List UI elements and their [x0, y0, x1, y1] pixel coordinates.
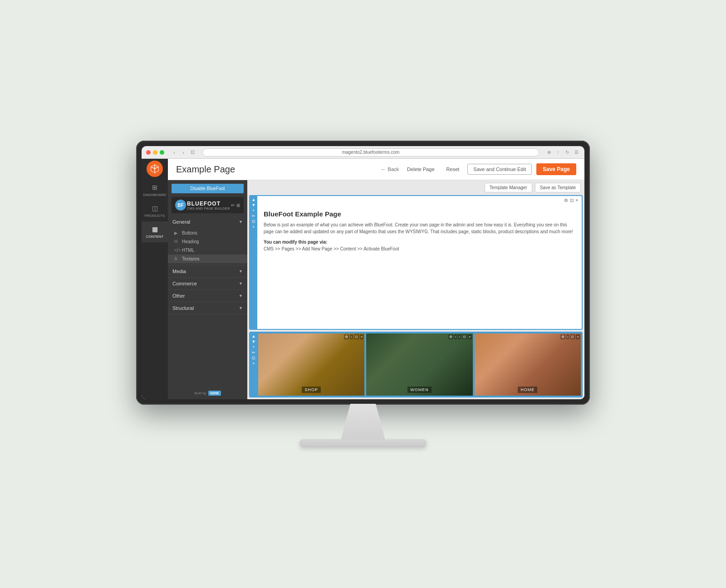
builder-panels: ▲ ▼ + ✏ ⊡ × ⚙: [247, 195, 584, 399]
sidebar-item-dashboard[interactable]: ⊞ DASHBOARD: [142, 180, 168, 201]
browser-forward-btn[interactable]: ›: [180, 149, 187, 156]
image-row-panel: ▲ ▼ + ✏ ⊡ ×: [249, 332, 583, 397]
dashboard-icon: ⊞: [151, 183, 159, 191]
home-back-icon[interactable]: ‹: [566, 334, 569, 339]
women-back-icon[interactable]: ‹: [454, 334, 457, 339]
save-page-button[interactable]: Save Page: [536, 163, 576, 175]
monitor-frame: ‹ › ⊡ magento2.bluefooterms.com ⊕ ↑ ↻ ☰: [136, 141, 590, 405]
built-by-text: Built by: [194, 391, 206, 395]
panel-settings-icon[interactable]: ⚙: [564, 198, 568, 203]
category-other: Other ▼: [168, 290, 247, 302]
browser-action-4[interactable]: ☰: [573, 149, 580, 156]
browser-action-3[interactable]: ↻: [564, 149, 571, 156]
side-ctrl-1[interactable]: ▲: [252, 198, 256, 202]
category-commerce-header[interactable]: Commerce ▼: [168, 278, 247, 289]
bluefoot-logo-area: BF BLUEFOOT CMS AND PAGE BUILDER ✏ ⊞: [172, 197, 244, 213]
home-label: HOME: [518, 387, 537, 393]
textarea-icon: A: [174, 256, 180, 261]
browser-action-1[interactable]: ⊕: [545, 149, 553, 156]
page-builder-area: Template Manager Save as Template ▲ ▼ +: [247, 180, 584, 399]
category-media-chevron: ▼: [239, 269, 243, 274]
side-ctrl-5[interactable]: ⊡: [252, 220, 255, 224]
shop-duplicate-icon[interactable]: ⊡: [354, 334, 359, 339]
edit-icon[interactable]: ✏: [231, 203, 235, 208]
women-cell-controls: ⚙ ‹ › ⊡ ×: [448, 334, 472, 339]
save-as-template-button[interactable]: Save as Template: [535, 183, 581, 192]
panel-duplicate-icon[interactable]: ⊡: [570, 198, 574, 203]
img-side-ctrl-2[interactable]: ▼: [252, 340, 256, 344]
sidebar-item-content-label: CONTENT: [146, 235, 164, 239]
back-button[interactable]: ← Back: [381, 167, 399, 172]
back-label: Back: [388, 167, 399, 172]
sidebar-item-content[interactable]: ▦ CONTENT: [142, 221, 168, 242]
content-icon: ▦: [151, 225, 159, 233]
traffic-light-green[interactable]: [160, 150, 164, 155]
shop-settings-icon[interactable]: ⚙: [344, 334, 349, 339]
browser-window-btn[interactable]: ⊡: [189, 149, 196, 156]
bluefoot-logo-icon: BF: [175, 200, 186, 211]
women-duplicate-icon[interactable]: ⊡: [462, 334, 467, 339]
category-media-header[interactable]: Media ▼: [168, 265, 247, 277]
category-other-header[interactable]: Other ▼: [168, 290, 247, 302]
item-textarea[interactable]: A Textarea: [168, 255, 247, 263]
women-forward-icon[interactable]: ›: [458, 334, 461, 339]
category-commerce-chevron: ▼: [239, 281, 243, 286]
shop-delete-icon[interactable]: ×: [360, 334, 364, 339]
category-general-label: General: [172, 219, 190, 225]
delete-page-button[interactable]: Delete Page: [403, 165, 438, 174]
side-ctrl-6[interactable]: ×: [252, 225, 255, 229]
img-side-ctrl-1[interactable]: ▲: [252, 334, 256, 338]
item-heading[interactable]: H Heading: [168, 237, 247, 246]
traffic-light-red[interactable]: [146, 150, 151, 155]
monitor-stand-base: [299, 439, 427, 447]
side-ctrl-4[interactable]: ✏: [252, 214, 255, 218]
grid-icon[interactable]: ⊞: [236, 203, 240, 208]
shop-label: SHOP: [302, 387, 321, 393]
bluefoot-logo-text: BLUEFOOT CMS AND PAGE BUILDER: [187, 201, 230, 210]
category-media-label: Media: [172, 269, 186, 274]
image-cell-women: ⚙ ‹ › ⊡ × WOMEN: [365, 333, 473, 397]
home-settings-icon[interactable]: ⚙: [560, 334, 565, 339]
women-settings-icon[interactable]: ⚙: [448, 334, 453, 339]
category-structural-header[interactable]: Structural ▼: [168, 302, 247, 314]
img-side-ctrl-5[interactable]: ⊡: [252, 356, 255, 360]
img-side-ctrl-4[interactable]: ✏: [252, 351, 255, 355]
image-grid: ⚙ › ⊡ × SHOP: [257, 333, 582, 397]
side-ctrl-3[interactable]: +: [252, 209, 255, 213]
save-continue-button[interactable]: Save and Continue Edit: [467, 164, 532, 175]
reset-button[interactable]: Reset: [443, 165, 463, 174]
bluefoot-logo-actions: ✏ ⊞: [231, 203, 240, 208]
panel-delete-icon[interactable]: ×: [575, 198, 578, 203]
category-other-label: Other: [172, 293, 185, 299]
side-ctrl-2[interactable]: ▼: [252, 203, 256, 207]
home-delete-icon[interactable]: ×: [576, 334, 580, 339]
img-side-ctrl-3[interactable]: +: [252, 345, 255, 349]
magento-sidebar: ⊞ DASHBOARD ◫ PRODUCTS ▦ CONTENT: [142, 159, 168, 399]
monitor-bezel: ‹ › ⊡ magento2.bluefooterms.com ⊕ ↑ ↻ ☰: [142, 146, 584, 399]
gene-logo: GENE: [208, 391, 221, 396]
browser-url-bar[interactable]: magento2.bluefooterms.com: [202, 148, 539, 157]
category-general-header[interactable]: General ▼: [168, 216, 247, 228]
image-cell-home: ⚙ ‹ ⊡ × HOME: [474, 333, 582, 397]
page-title: Example Page: [176, 164, 235, 175]
women-delete-icon[interactable]: ×: [468, 334, 472, 339]
item-html[interactable]: </> HTML: [168, 246, 247, 255]
bluefoot-sub: CMS AND PAGE BUILDER: [187, 207, 230, 210]
main-content: Example Page ← Back Delete Page Reset Sa…: [168, 159, 584, 399]
shop-forward-icon[interactable]: ›: [350, 334, 353, 339]
item-buttons[interactable]: ▶ Buttons: [168, 229, 247, 237]
disable-bluefoot-button[interactable]: Disable BlueFoot: [172, 184, 244, 193]
traffic-light-yellow[interactable]: [153, 150, 157, 155]
item-heading-label: Heading: [182, 239, 199, 244]
category-general-chevron: ▼: [239, 220, 243, 224]
img-side-ctrl-6[interactable]: ×: [252, 362, 255, 366]
category-structural-chevron: ▼: [239, 306, 243, 310]
browser-back-btn[interactable]: ‹: [171, 149, 178, 156]
template-manager-button[interactable]: Template Manager: [485, 183, 532, 192]
browser-action-2[interactable]: ↑: [554, 149, 562, 156]
content-area: Disable BlueFoot BF BLUEFOOT CMS AND PAG…: [168, 180, 584, 399]
heading-icon: H: [174, 239, 180, 244]
home-duplicate-icon[interactable]: ⊡: [570, 334, 575, 339]
content-panel-path: CMS >> Pages >> Add New Page >> Content …: [264, 246, 575, 251]
sidebar-item-products[interactable]: ◫ PRODUCTS: [142, 201, 168, 221]
